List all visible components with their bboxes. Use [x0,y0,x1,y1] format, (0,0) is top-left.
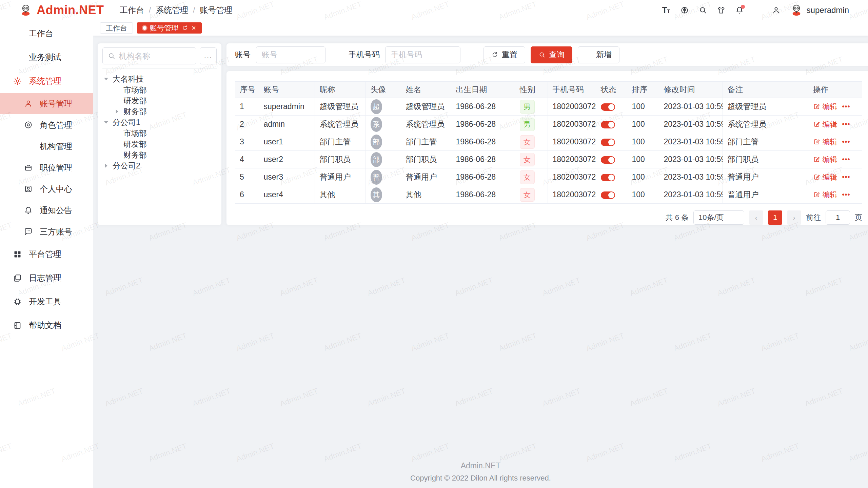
tree-node-6[interactable]: 研发部 [102,139,217,149]
status-toggle[interactable] [601,121,615,128]
sidebar-item-role-management[interactable]: 角色管理 [0,114,93,136]
tree-node-0[interactable]: 大名科技 [102,74,217,84]
sidebar-item-help-docs[interactable]: 帮助文档M6 9.5 12 15l6-5.5 [0,313,93,337]
more-actions-button[interactable]: ••• [842,173,850,181]
tree-node-4[interactable]: 分公司1 [102,117,217,128]
sidebar-item-org-management[interactable]: M6 20V5.5h8V20M14 9.5h4.5V20M3.5 20h17M8… [0,136,93,157]
status-toggle[interactable] [601,139,615,146]
tree-arrow-icon[interactable] [102,162,110,169]
edit-button[interactable]: 编辑 [813,172,837,182]
gender-tag: 女 [520,135,535,149]
more-actions-button[interactable]: ••• [842,120,850,128]
table-row: 6user4其他其其他1986-06-28女180200307201002023… [235,186,862,204]
current-page-button[interactable]: 1 [768,210,782,225]
send-icon: M21 3.5 3.5 10.6l7.1 2.4 2.4 7.1L21 3.5z… [13,53,22,62]
cell-status [596,151,627,168]
tab-bar: 工作台账号管理× [93,20,868,36]
sidebar-item-system-management[interactable]: 系统管理M6 14.5 12 9l6 5.5 [0,69,93,93]
status-toggle[interactable] [601,174,615,181]
edit-button[interactable]: 编辑 [813,119,837,129]
home-icon: M4 11.6 12 4.6l8 7M6.6 10.2V19.4h10.8V10… [13,29,22,38]
breadcrumb-item[interactable]: 工作台 [120,5,144,16]
cell-nickname: 部门职员 [315,151,366,168]
more-actions-button[interactable]: ••• [842,103,850,110]
log-icon [13,273,22,283]
org-search-input[interactable] [119,52,191,61]
sidebar-item-label: 帮助文档 [29,320,71,331]
more-actions-button[interactable]: ••• [842,156,850,163]
edit-button[interactable]: 编辑 [813,137,837,147]
tree-arrow-icon[interactable] [102,75,110,83]
cell-gender: 女 [515,186,548,204]
font-size-icon[interactable]: TT [659,3,674,18]
status-toggle[interactable] [601,156,615,164]
org-tree-panel: ... 大名科技市场部研发部财务部分公司1市场部研发部财务部分公司2 [97,43,222,225]
close-tab-icon[interactable]: × [192,24,196,32]
status-toggle[interactable] [601,191,615,199]
notification-icon[interactable] [732,3,747,18]
breadcrumb-item[interactable]: 系统管理 [156,5,188,16]
edit-button[interactable]: 编辑 [813,102,837,112]
top-header: M4 6h16M4 12h16M4 18h16 工作台/系统管理/账号管理 TT… [93,0,868,20]
cell-avatar: 部 [366,151,401,168]
next-page-button[interactable]: › [787,210,801,225]
sidebar: Admin.NET M4 11.6 12 4.6l8 7M6.6 10.2V19… [0,0,93,488]
tree-node-label: 市场部 [123,85,147,95]
cell-sort: 100 [627,151,659,168]
tree-node-7[interactable]: 财务部 [102,149,217,160]
status-toggle[interactable] [601,103,615,111]
table-row: 1superadmin超级管理员超超级管理员1986-06-28男1802003… [235,98,862,116]
sidebar-item-notice[interactable]: 通知公告 [0,200,93,221]
prev-page-button[interactable]: ‹ [749,210,763,225]
collapse-menu-icon[interactable]: M4 6h16M4 12h16M4 18h16 [103,5,112,15]
tab-工作台[interactable]: 工作台 [100,22,133,34]
more-actions-button[interactable]: ••• [842,138,850,146]
tree-arrow-icon[interactable] [113,108,121,115]
cell-remark: 部门主管 [723,133,808,151]
tab-账号管理[interactable]: 账号管理× [137,22,202,34]
language-icon[interactable] [677,3,692,18]
avatar [790,3,803,17]
cell-account: superadmin [259,98,315,116]
phone-input[interactable] [385,46,460,63]
tree-node-label: 分公司2 [113,161,140,171]
tree-node-1[interactable]: 市场部 [102,84,217,95]
reset-button[interactable]: 重置 [484,46,525,63]
account-input[interactable] [256,46,326,63]
tree-node-2[interactable]: 研发部 [102,95,217,106]
fullscreen-icon[interactable]: M4 9V4h5M15 4h5v5M20 15v5h-5M9 20H4v-5 [750,3,765,18]
tree-node-label: 市场部 [123,128,147,139]
tree-more-button[interactable]: ... [200,47,217,64]
edit-button[interactable]: 编辑 [813,190,837,200]
sidebar-item-third-party-account[interactable]: 三方账号 [0,221,93,242]
user-menu[interactable]: superadminM6 9.5 12 15l6-5.5 [790,3,859,17]
breadcrumb-item[interactable]: 账号管理 [200,5,232,16]
cell-ops: 编辑••• [808,186,862,204]
tree-node-5[interactable]: 市场部 [102,128,217,139]
tree-node-3[interactable]: 财务部 [102,106,217,117]
add-button[interactable]: M12 5v14M5 12h14 新增 [578,46,619,63]
sidebar-item-dev-tools[interactable]: 开发工具M6 9.5 12 15l6-5.5 [0,290,93,313]
more-actions-button[interactable]: ••• [842,191,850,199]
sidebar-item-log-management[interactable]: 日志管理M6 9.5 12 15l6-5.5 [0,266,93,290]
profile-icon[interactable] [769,3,784,18]
sidebar-item-account-management[interactable]: 账号管理 [0,93,93,114]
cell-status [596,168,627,186]
theme-icon[interactable] [714,3,729,18]
app-logo[interactable]: Admin.NET [0,0,93,20]
sidebar-item-workbench[interactable]: M4 11.6 12 4.6l8 7M6.6 10.2V19.4h10.8V10… [0,22,93,45]
sidebar-item-business-test[interactable]: M21 3.5 3.5 10.6l7.1 2.4 2.4 7.1L21 3.5z… [0,45,93,69]
page-unit-label: 页 [855,212,862,223]
tree-arrow-icon[interactable] [102,119,110,126]
page-size-select[interactable]: 10条/页 M6 9.5 12 15l6-5.5 [693,210,744,225]
tree-node-8[interactable]: 分公司2 [102,160,217,171]
sidebar-item-personal-center[interactable]: 个人中心 [0,178,93,200]
sidebar-item-position-management[interactable]: 职位管理 [0,157,93,178]
cell-seq: 4 [235,151,259,168]
sidebar-item-platform-management[interactable]: 平台管理M6 9.5 12 15l6-5.5 [0,242,93,266]
query-button[interactable]: 查询 [531,46,572,63]
goto-page-input[interactable] [826,210,850,225]
edit-button[interactable]: 编辑 [813,155,837,165]
fullscreen-icon: M4 9V4h5M15 4h5v5M20 15v5h-5M9 20H4v-5 [753,6,762,15]
search-icon[interactable] [695,3,710,18]
